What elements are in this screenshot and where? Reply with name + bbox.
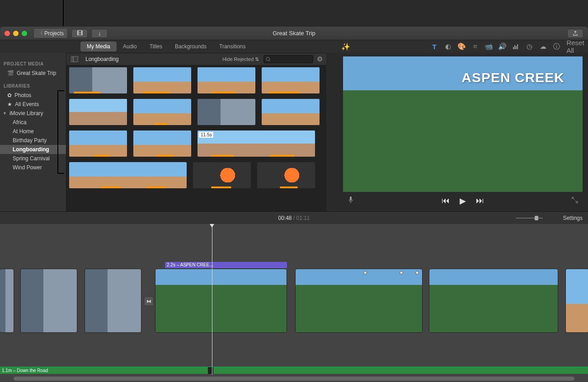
keyframe[interactable] <box>363 271 367 275</box>
titles-inspector-icon[interactable]: T <box>431 43 438 50</box>
share-icon <box>572 30 579 37</box>
project-item[interactable]: 🎬 Great Skate Trip <box>0 69 66 78</box>
svg-rect-4 <box>71 56 78 62</box>
timeline[interactable]: 2.2s – ASPEN CREE… ⧓ 1.1m – Down the Roa… <box>0 224 588 382</box>
titlebar: 〈 Projects 🎞 ↓ Great Skate Trip <box>0 27 588 40</box>
browser-event-name: Longboarding <box>85 56 118 62</box>
projects-back-button[interactable]: 〈 Projects <box>33 28 68 38</box>
event-wind-power[interactable]: Wind Power <box>0 163 66 172</box>
clip-thumb[interactable] <box>193 162 251 188</box>
reset-all-button[interactable]: Reset All <box>572 43 579 50</box>
minimize-window-button[interactable] <box>13 31 19 36</box>
event-longboarding[interactable]: Longboarding <box>0 145 66 154</box>
updown-icon: ⇅ <box>255 56 259 62</box>
inspector-buttons: T ◐ 🎨 ⌗ 📹 🔊 ◷ ☁ ⓘ Reset All <box>431 43 579 50</box>
audio-gap <box>208 367 213 374</box>
sidebar-toggle-button[interactable] <box>69 55 80 64</box>
clip-settings-button[interactable]: ⚙ <box>317 55 323 63</box>
expand-icon <box>572 197 578 203</box>
svg-rect-1 <box>514 45 515 49</box>
event-at-home[interactable]: At Home <box>0 127 66 136</box>
keyframe[interactable] <box>400 271 403 275</box>
chevron-left-icon: 〈 <box>38 29 43 37</box>
clip-browser: 11.5s <box>66 65 326 211</box>
all-events-item[interactable]: ★ All Events <box>0 100 66 109</box>
tab-my-media[interactable]: My Media <box>80 42 117 51</box>
clip-thumb[interactable] <box>133 130 191 157</box>
clip-thumb[interactable] <box>69 130 127 157</box>
event-spring-carnival[interactable]: Spring Carnival <box>0 154 66 163</box>
clip-thumb[interactable] <box>198 67 255 93</box>
clip-thumb[interactable] <box>133 99 191 125</box>
callout-line <box>57 90 58 173</box>
tab-backgrounds[interactable]: Backgrounds <box>169 42 213 51</box>
filter-label: Hide Rejected <box>222 56 254 62</box>
timeline-clip[interactable] <box>21 269 77 332</box>
title-clip[interactable]: 2.2s – ASPEN CREE… <box>165 262 287 268</box>
voiceover-button[interactable] <box>348 196 354 206</box>
photos-library-item[interactable]: ✿ Photos <box>0 91 66 100</box>
keyframe[interactable] <box>415 271 419 275</box>
info-inspector-icon[interactable]: ⓘ <box>553 43 560 50</box>
clip-thumb[interactable] <box>69 99 127 125</box>
photos-icon: ✿ <box>7 92 12 98</box>
duration-badge: 11.5s <box>199 132 213 138</box>
playhead[interactable] <box>212 224 212 375</box>
speed-inspector-icon[interactable]: ◷ <box>526 43 533 50</box>
tabbar: My Media Audio Titles Backgrounds Transi… <box>0 40 588 53</box>
close-window-button[interactable] <box>5 31 10 36</box>
title-overlay: ASPEN CREEK <box>461 70 564 85</box>
timeline-clip[interactable] <box>155 269 287 332</box>
equalizer-inspector-icon[interactable] <box>512 43 519 50</box>
event-birthday-party[interactable]: Birthday Party <box>0 136 66 145</box>
transition-icon[interactable]: ⧓ <box>144 296 154 306</box>
next-button[interactable]: ⏭ <box>476 196 484 206</box>
volume-inspector-icon[interactable]: 🔊 <box>499 43 506 50</box>
color-inspector-icon[interactable]: 🎨 <box>458 43 465 50</box>
timeline-clip[interactable] <box>566 269 588 332</box>
imovie-library-item[interactable]: ▼ iMovie Library <box>0 109 66 118</box>
filter-dropdown[interactable]: Hide Rejected ⇅ <box>222 56 259 62</box>
timeline-clip[interactable] <box>296 269 422 332</box>
tab-audio[interactable]: Audio <box>117 42 143 51</box>
current-time: 00:48 <box>278 215 292 221</box>
horizontal-scrollbar[interactable] <box>14 377 574 381</box>
clip-thumb[interactable] <box>198 99 255 125</box>
browser-header: Longboarding Hide Rejected ⇅ ⚙ <box>66 53 326 65</box>
tab-titles[interactable]: Titles <box>143 42 169 51</box>
enhance-wand-icon[interactable]: ✨ <box>341 42 350 51</box>
disclosure-triangle-icon[interactable]: ▼ <box>3 111 7 116</box>
project-media-header: PROJECT MEDIA <box>0 59 66 69</box>
timeline-settings-button[interactable]: Settings <box>563 215 583 221</box>
import-button[interactable]: ↓ <box>91 29 108 38</box>
timeline-clip[interactable] <box>85 269 141 332</box>
preview-viewer[interactable]: ASPEN CREEK <box>343 56 583 192</box>
prev-button[interactable]: ⏮ <box>442 196 450 206</box>
search-input[interactable] <box>263 55 313 63</box>
zoom-slider[interactable] <box>516 215 547 221</box>
tab-transitions[interactable]: Transitions <box>213 42 252 51</box>
library-list-toggle-button[interactable]: 🎞 <box>71 29 88 38</box>
audio-track[interactable]: 1.1m – Down the Road <box>0 367 588 374</box>
zoom-window-button[interactable] <box>22 31 27 36</box>
clip-thumb[interactable]: 11.5s <box>198 130 315 157</box>
zoom-thumb[interactable] <box>535 216 538 220</box>
noise-inspector-icon[interactable]: ☁ <box>539 43 546 50</box>
fullscreen-button[interactable] <box>572 197 578 205</box>
play-button[interactable]: ▶ <box>460 196 466 206</box>
clip-thumb[interactable] <box>133 67 191 93</box>
stabilize-inspector-icon[interactable]: 📹 <box>485 43 492 50</box>
timeline-clip[interactable] <box>429 269 558 332</box>
clip-thumb[interactable] <box>69 67 127 93</box>
clip-thumb[interactable] <box>69 162 187 188</box>
clip-thumb[interactable] <box>262 67 320 93</box>
crop-inspector-icon[interactable]: ⌗ <box>471 43 479 50</box>
timeline-clip[interactable] <box>0 269 14 332</box>
share-button[interactable] <box>567 29 583 38</box>
clip-thumb[interactable] <box>262 99 320 125</box>
event-africa[interactable]: Africa <box>0 118 66 127</box>
photos-label: Photos <box>14 92 31 98</box>
filters-inspector-icon[interactable]: ◐ <box>444 43 452 50</box>
clip-thumb[interactable] <box>257 162 315 188</box>
scrollbar-thumb[interactable] <box>14 377 574 381</box>
